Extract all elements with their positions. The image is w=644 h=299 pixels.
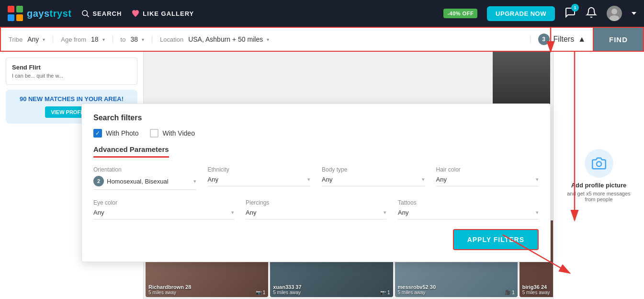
search-icon — [81, 9, 90, 18]
tattoos-param: Tattoos Any ▾ — [398, 199, 539, 219]
orientation-param: Orientation 2 Homosexual, Bisexual ▾ — [93, 166, 196, 190]
age-from-filter[interactable]: Age from 18 ▾ — [53, 35, 113, 43]
filters-count-badge: 3 — [538, 34, 550, 45]
apply-filters-button[interactable]: APPLY FILTERS — [453, 229, 539, 250]
svg-line-5 — [87, 15, 89, 17]
piercings-chevron-icon: ▾ — [384, 209, 386, 216]
camera-icon — [592, 156, 606, 171]
send-flirt-box: Send Flirt I can be... quit the w... — [6, 58, 137, 85]
ethnicity-chevron-icon: ▾ — [307, 176, 310, 183]
add-photo-title: Add profile picture — [571, 182, 627, 189]
card-video-count: 🎥 1 — [505, 290, 514, 295]
eye-color-label: Eye color — [93, 199, 234, 206]
heart-icon — [131, 9, 140, 18]
logo-text: gaystryst — [27, 8, 71, 19]
with-video-check-icon — [150, 129, 158, 138]
piercings-select[interactable]: Any ▾ — [246, 209, 386, 219]
upgrade-button[interactable]: UPGRADE NOW — [487, 6, 555, 21]
orientation-count-badge: 2 — [93, 176, 104, 186]
piercings-label: Piercings — [246, 199, 386, 206]
ethnicity-param: Ethnicity Any ▾ — [208, 166, 311, 190]
age-to-chevron-icon: ▾ — [142, 37, 144, 42]
svg-rect-2 — [8, 14, 14, 21]
tattoos-chevron-icon: ▾ — [536, 209, 539, 216]
body-type-param: Body type Any ▾ — [322, 166, 425, 190]
tribe-filter[interactable]: Tribe Any ▾ — [1, 35, 53, 43]
filter-dropdown: Search filters With Photo With Video Adv… — [81, 104, 551, 262]
card-info: Richardbrown 28 5 miles away — [148, 284, 191, 295]
card-photo-count: 📷 1 — [256, 290, 265, 295]
logo[interactable]: gaystryst — [8, 6, 71, 21]
card-info: xuan333 37 5 miles away — [273, 284, 301, 295]
hair-color-label: Hair color — [436, 166, 539, 173]
logo-icon — [8, 6, 23, 21]
orientation-select[interactable]: 2 Homosexual, Bisexual ▾ — [93, 176, 196, 190]
params-grid-2: Eye color Any ▾ Piercings Any ▾ Tattoos … — [93, 199, 539, 219]
right-panel: Add profile picture and get x5 more mess… — [553, 52, 644, 299]
avatar[interactable] — [607, 6, 622, 21]
main-content: Popularity ▾ Send Flirt I can be... quit… — [0, 52, 644, 299]
messages-badge: 1 — [571, 4, 579, 12]
messages-icon[interactable]: 1 — [565, 7, 576, 20]
tribe-chevron-icon: ▾ — [43, 37, 45, 42]
card-photo-count: 📷 1 — [380, 290, 390, 295]
svg-point-6 — [611, 9, 617, 14]
eye-color-chevron-icon: ▾ — [231, 209, 234, 216]
filters-chevron-icon: ▲ — [578, 35, 586, 44]
ethnicity-select[interactable]: Any ▾ — [208, 176, 311, 186]
orientation-label: Orientation — [93, 166, 196, 173]
apply-btn-row: APPLY FILTERS — [93, 229, 539, 250]
ethnicity-label: Ethnicity — [208, 166, 311, 173]
svg-rect-3 — [16, 14, 23, 21]
svg-rect-0 — [8, 6, 14, 12]
eye-color-param: Eye color Any ▾ — [93, 199, 234, 219]
body-type-chevron-icon: ▾ — [422, 176, 425, 183]
discount-badge: -40% OFF — [443, 9, 477, 18]
with-photo-checkbox[interactable]: With Photo — [93, 129, 138, 138]
tattoos-select[interactable]: Any ▾ — [398, 209, 539, 219]
orientation-chevron-icon: ▾ — [193, 178, 196, 184]
svg-point-7 — [610, 15, 619, 21]
header: gaystryst SEARCH LIKE GALLERY -40% OFF U… — [0, 0, 644, 27]
hair-color-select[interactable]: Any ▾ — [436, 176, 539, 186]
card-info: messrobv52 30 5 miles away — [398, 284, 436, 295]
age-from-chevron-icon: ▾ — [102, 37, 105, 42]
location-filter[interactable]: Location USA, Ashburn + 50 miles ▾ — [152, 35, 531, 43]
hair-color-chevron-icon: ▾ — [536, 176, 539, 183]
piercings-param: Piercings Any ▾ — [246, 199, 386, 219]
svg-point-8 — [597, 161, 601, 166]
avatar-chevron-icon[interactable] — [632, 12, 636, 15]
location-chevron-icon: ▾ — [267, 37, 269, 42]
age-to-filter[interactable]: to 38 ▾ — [113, 35, 152, 43]
like-gallery-nav[interactable]: LIKE GALLERY — [131, 9, 194, 18]
svg-point-4 — [82, 11, 88, 16]
body-type-label: Body type — [322, 166, 425, 173]
notifications-icon[interactable] — [586, 7, 597, 20]
find-button[interactable]: FIND — [593, 27, 644, 52]
tattoos-label: Tattoos — [398, 199, 539, 206]
search-bar: Tribe Any ▾ Age from 18 ▾ to 38 ▾ Locati… — [0, 27, 644, 52]
params-grid: Orientation 2 Homosexual, Bisexual ▾ Eth… — [93, 166, 539, 190]
with-photo-check-icon — [93, 129, 102, 138]
filters-toggle[interactable]: 3 Filters ▲ — [531, 34, 594, 45]
eye-color-select[interactable]: Any ▾ — [93, 209, 234, 219]
body-type-select[interactable]: Any ▾ — [322, 176, 425, 186]
filter-title: Search filters — [93, 114, 539, 122]
with-video-checkbox[interactable]: With Video — [150, 129, 194, 138]
hair-color-param: Hair color Any ▾ — [436, 166, 539, 190]
search-nav[interactable]: SEARCH — [81, 9, 122, 18]
advanced-params-title: Advanced Parameters — [93, 145, 169, 158]
add-photo-icon — [585, 149, 613, 178]
svg-rect-1 — [16, 6, 23, 12]
card-info: birig36 24 5 miles away — [522, 284, 550, 295]
checkboxes-row: With Photo With Video — [93, 129, 539, 138]
add-photo-desc: and get x5 more messages from people — [561, 191, 636, 202]
